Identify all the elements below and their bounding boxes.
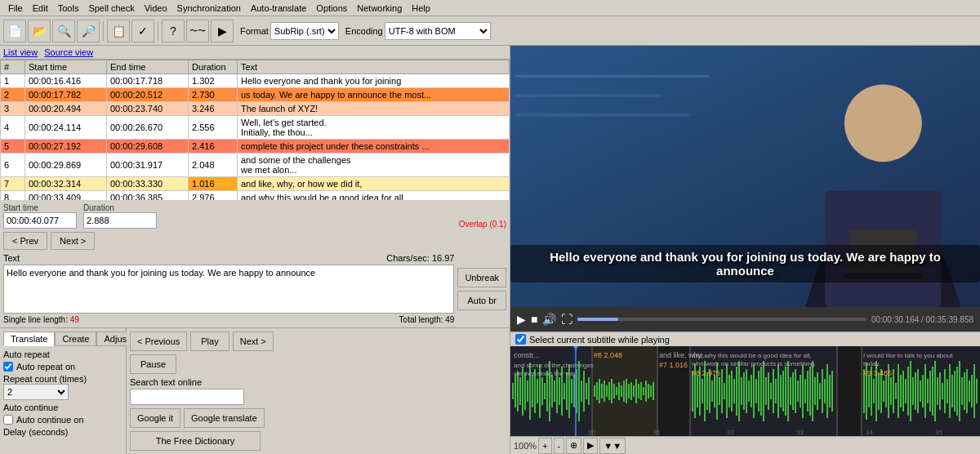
search-text-input[interactable]: [130, 389, 244, 405]
progress-bar[interactable]: [577, 318, 866, 321]
list-view-tab[interactable]: List view: [3, 47, 38, 57]
duration-input[interactable]: [83, 212, 157, 229]
format-select[interactable]: SubRip (.srt): [270, 22, 339, 40]
spell-button[interactable]: 📋: [107, 20, 130, 42]
play-pause-button[interactable]: ▶: [517, 313, 526, 326]
table-row[interactable]: 2 00:00:17.782 00:00:20.512 2.730 us tod…: [1, 88, 510, 102]
menu-file[interactable]: File: [3, 2, 28, 15]
menu-spellcheck[interactable]: Spell check: [83, 2, 139, 15]
svg-rect-34: [564, 383, 565, 399]
text-textarea[interactable]: Hello everyone and thank you for joining…: [3, 265, 454, 314]
svg-rect-120: [814, 377, 816, 405]
volume-button[interactable]: 🔊: [542, 313, 556, 326]
svg-text:#8  2.976: #8 2.976: [692, 369, 720, 377]
unbreak-button[interactable]: Unbreak: [457, 268, 506, 287]
svg-text:33: 33: [796, 429, 804, 436]
auto-repeat-on-label: Auto repeat on: [16, 362, 75, 372]
open-button[interactable]: 📂: [28, 20, 51, 42]
encoding-select[interactable]: UTF-8 with BOM: [385, 22, 491, 40]
cell-end: 00:00:20.512: [107, 88, 189, 102]
col-header-num: #: [1, 60, 25, 74]
svg-rect-137: [885, 375, 887, 407]
table-row[interactable]: 8 00:00:33.409 00:00:36.385 2.976 and wh…: [1, 191, 510, 201]
start-time-field: Start time: [3, 203, 77, 229]
search-button[interactable]: 🔍: [52, 20, 75, 42]
svg-rect-172: [971, 375, 973, 407]
zoom-fit-button[interactable]: ⊕: [566, 438, 581, 454]
svg-rect-115: [802, 364, 804, 418]
next-search-button[interactable]: Next >: [233, 332, 274, 351]
auto-br-button[interactable]: Auto br: [457, 291, 506, 310]
zoom-button[interactable]: 🔎: [77, 20, 100, 42]
next-button[interactable]: Next >: [51, 232, 95, 250]
pause-button[interactable]: Pause: [130, 354, 176, 374]
prev-search-button[interactable]: < Previous: [130, 332, 187, 351]
menu-autotranslate[interactable]: Auto-translate: [246, 2, 311, 15]
svg-rect-149: [915, 372, 916, 410]
svg-rect-125: [826, 364, 828, 418]
menu-video[interactable]: Video: [140, 2, 172, 15]
help-button[interactable]: ?: [162, 20, 185, 42]
chars-sec: Chars/sec: 16.97: [386, 253, 454, 263]
fullscreen-button[interactable]: ⛶: [561, 313, 572, 326]
svg-rect-140: [893, 369, 894, 413]
new-button[interactable]: 📄: [3, 20, 26, 42]
right-panel: Hello everyone and thank you for joining…: [510, 46, 980, 454]
cell-text: and why this would be a good idea for al…: [238, 191, 510, 201]
table-row[interactable]: 6 00:00:29.869 00:00:31.917 2.048 and so…: [1, 154, 510, 177]
svg-rect-14: [514, 375, 516, 407]
tab-create[interactable]: Create: [55, 332, 96, 346]
google-translate-button[interactable]: Google translate: [184, 408, 265, 428]
svg-rect-84: [726, 364, 728, 418]
text-label: Text: [3, 253, 20, 263]
start-time-input[interactable]: [3, 212, 77, 229]
dictionary-button[interactable]: The Free Dictionary: [130, 431, 261, 451]
subtitle-overlay: Hello everyone and thank you for joining…: [510, 245, 980, 283]
svg-rect-107: [782, 371, 784, 412]
table-row[interactable]: 3 00:00:20.494 00:00:23.740 3.246 The la…: [1, 102, 510, 116]
menu-edit[interactable]: Edit: [28, 2, 53, 15]
menu-networking[interactable]: Networking: [352, 2, 407, 15]
prev-button[interactable]: < Prev: [3, 232, 47, 250]
menu-tools[interactable]: Tools: [53, 2, 84, 15]
menu-options[interactable]: Options: [311, 2, 352, 15]
svg-rect-132: [873, 379, 875, 403]
duration-field: Duration: [83, 203, 157, 229]
svg-rect-122: [819, 383, 821, 399]
table-row[interactable]: 5 00:00:27.192 00:00:29.608 2.416 comple…: [1, 140, 510, 154]
stop-button[interactable]: ■: [531, 313, 537, 326]
wave-button[interactable]: 〜〜: [186, 20, 209, 42]
auto-repeat-row: Auto repeat: [3, 349, 122, 359]
col-header-text: Text: [238, 60, 510, 74]
menu-help[interactable]: Help: [407, 2, 435, 15]
zoom-in-button[interactable]: +: [538, 438, 551, 454]
waveform-play-button[interactable]: ▶: [583, 438, 598, 454]
format-label: Format: [240, 26, 269, 36]
svg-rect-74: [702, 379, 703, 403]
table-row[interactable]: 1 00:00:16.416 00:00:17.718 1.302 Hello …: [1, 74, 510, 88]
menu-synchronization[interactable]: Synchronization: [172, 2, 246, 15]
svg-rect-142: [898, 364, 899, 418]
repeat-count-select[interactable]: 2: [3, 384, 69, 400]
video-button[interactable]: ▶: [211, 20, 234, 42]
check-button[interactable]: ✓: [131, 20, 154, 42]
svg-rect-103: [773, 369, 774, 413]
table-row[interactable]: 7 00:00:32.314 00:00:33.330 1.016 and li…: [1, 177, 510, 191]
waveform-extra-button[interactable]: ▼▼: [599, 438, 626, 454]
auto-continue-checkbox[interactable]: [3, 415, 13, 425]
select-subtitle-checkbox[interactable]: [515, 334, 526, 345]
cell-dur: 1.302: [189, 74, 238, 88]
play-button[interactable]: Play: [190, 332, 229, 351]
svg-rect-42: [583, 371, 585, 412]
svg-rect-47: [599, 379, 600, 403]
waveform-canvas: constr... and some of the challenges we …: [510, 346, 980, 436]
tab-translate[interactable]: Translate: [3, 332, 55, 346]
source-view-tab[interactable]: Source view: [44, 47, 93, 57]
svg-rect-170: [966, 369, 968, 413]
svg-rect-30: [554, 381, 555, 402]
auto-repeat-checkbox[interactable]: [3, 362, 13, 372]
progress-fill: [577, 318, 617, 321]
zoom-out-button[interactable]: -: [554, 438, 565, 454]
table-row[interactable]: 4 00:00:24.114 00:00:26.670 2.556 Well, …: [1, 116, 510, 140]
google-it-button[interactable]: Google it: [130, 408, 180, 428]
